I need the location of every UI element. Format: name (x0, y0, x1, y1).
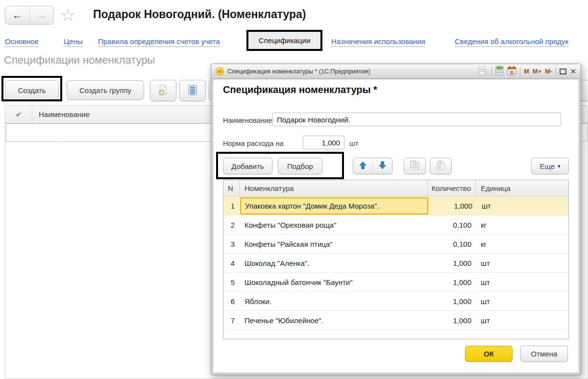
copy-item-button[interactable] (150, 80, 176, 101)
tab-specifications-active[interactable]: Спецификации (246, 30, 322, 51)
add-row-button[interactable]: Добавить (223, 158, 272, 174)
titlebar-separator (491, 67, 492, 76)
nomenclature-cell[interactable]: Упаковка картон "Домик Деда Мороза". (240, 197, 428, 214)
column-header-unit[interactable]: Единица (476, 184, 568, 192)
printer-icon (476, 66, 488, 77)
cancel-button[interactable]: Отмена (520, 346, 568, 362)
paste-row-button[interactable] (430, 158, 452, 174)
copy-document-plus-icon (158, 84, 169, 97)
copy-icon (410, 160, 420, 172)
quantity-cell[interactable]: 0,100 (428, 221, 476, 229)
favorite-star-icon[interactable]: ☆ (60, 5, 75, 25)
nomenclature-cell[interactable]: Конфеты "Райская птица" (240, 240, 428, 248)
nomenclature-cell[interactable]: Конфеты "Ореховая роща" (240, 221, 428, 229)
list-view-button[interactable] (179, 80, 206, 101)
spec-table-row[interactable]: 5 Шоколадный батончик "Баунти" 1,000 шт (223, 273, 568, 292)
tab-alcohol-info[interactable]: Сведения об алкогольной продук (455, 37, 568, 47)
unit-cell[interactable]: шт (476, 278, 568, 286)
row-number-cell: 1 (223, 202, 240, 210)
titlebar-separator (520, 67, 520, 76)
column-header-n[interactable]: N (223, 180, 240, 196)
move-row-group (353, 158, 392, 174)
arrow-down-icon (379, 161, 386, 171)
quantity-cell[interactable]: 1,000 (429, 202, 477, 210)
unit-cell[interactable]: шт (477, 202, 568, 210)
quantity-cell[interactable]: 1,000 (428, 297, 476, 306)
rate-input[interactable] (303, 136, 344, 149)
unit-cell[interactable]: кг (476, 221, 568, 229)
quantity-cell[interactable]: 1,000 (428, 259, 476, 267)
unit-cell[interactable]: кг (476, 240, 568, 248)
1c-logo-icon: 1С (216, 67, 224, 75)
row-number-cell: 7 (223, 316, 240, 325)
tab-prices[interactable]: Цены (64, 37, 83, 47)
history-nav-group: ← → (5, 6, 54, 24)
active-check-column-icon[interactable]: ✔ (5, 106, 32, 123)
tab-usage-purposes[interactable]: Назначения использования (331, 37, 425, 47)
forward-button[interactable]: → (30, 6, 54, 24)
move-down-button[interactable] (373, 158, 392, 174)
quantity-cell[interactable]: 1,000 (428, 278, 476, 286)
column-header-quantity[interactable]: Количество (428, 180, 476, 196)
tab-account-rules[interactable]: Правила определения счетов учета (98, 37, 220, 47)
spec-table-row[interactable]: 4 Шоколад "Аленка". 1,000 шт (223, 254, 568, 273)
calendar-icon: 31 (507, 66, 516, 77)
unit-cell[interactable]: шт (476, 297, 568, 306)
unit-cell[interactable]: шт (476, 316, 568, 325)
more-button[interactable]: Еще ▾ (531, 158, 569, 174)
calculator-icon (495, 66, 504, 77)
nomenclature-cell[interactable]: Печенье "Юбилейное". (240, 316, 428, 325)
dialog-titlebar[interactable]: 1С Спецификация номенклатуры * (1С:Предп… (211, 64, 581, 79)
spec-table-header: N Номенклатура Количество Единица (223, 180, 568, 196)
spec-table-row[interactable]: 2 Конфеты "Ореховая роща" 0,100 кг (223, 215, 568, 235)
rate-unit-label: шт (349, 140, 358, 147)
calendar-button[interactable]: 31 (507, 66, 516, 77)
row-number-cell: 6 (223, 297, 240, 306)
dialog-title: Спецификация номенклатуры * (1С:Предприя… (227, 68, 370, 75)
memory-m-minus-button[interactable]: М- (545, 68, 552, 75)
forward-arrow-icon: → (36, 9, 47, 21)
paste-clipboard-icon (436, 160, 446, 172)
maximize-button[interactable] (560, 69, 566, 74)
page-title: Подарок Новогодний. (Номенклатура) (93, 8, 306, 21)
name-field-label: Наименование: (223, 117, 274, 124)
ok-button[interactable]: ОК (465, 346, 513, 362)
quantity-cell[interactable]: 1,000 (428, 316, 476, 325)
row-number-cell: 5 (223, 278, 240, 286)
titlebar-separator (556, 67, 556, 76)
memory-m-plus-button[interactable]: М+ (533, 68, 541, 75)
list-icon (188, 85, 197, 97)
spec-table-row[interactable]: 3 Конфеты "Райская птица" 0,100 кг (223, 235, 568, 254)
spec-table-row[interactable]: 6 Яблоки. 1,000 шт (223, 292, 568, 311)
nomenclature-cell[interactable]: Яблоки. (240, 297, 428, 306)
close-button[interactable]: ✕ (570, 67, 576, 76)
unit-cell[interactable]: шт (476, 259, 568, 267)
name-input[interactable] (272, 113, 561, 126)
quantity-cell[interactable]: 0,100 (428, 240, 476, 248)
create-button[interactable]: Создать (5, 80, 59, 100)
pick-button[interactable]: Подбор (278, 158, 322, 174)
create-group-button[interactable]: Создать группу (67, 80, 144, 100)
column-header-name[interactable]: Номенклатура (240, 180, 428, 196)
rate-field-label: Норма расхода на (223, 140, 284, 147)
section-title: Спецификации номенклатуры (4, 54, 155, 67)
screen: ← → ☆ Подарок Новогодний. (Номенклатура)… (0, 0, 588, 379)
spec-table-row[interactable]: 7 Печенье "Юбилейное". 1,000 шт (223, 311, 568, 330)
nomenclature-cell[interactable]: Шоколад "Аленка". (240, 259, 428, 267)
calculator-button[interactable] (495, 66, 504, 77)
copy-row-button[interactable] (404, 158, 426, 174)
name-column-header[interactable]: Наименование (32, 110, 90, 118)
specification-dialog: 1С Спецификация номенклатуры * (1С:Предп… (211, 64, 581, 375)
spec-table-row[interactable]: 1 Упаковка картон "Домик Деда Мороза". 1… (223, 196, 568, 215)
arrow-up-icon (359, 161, 367, 171)
nomenclature-cell[interactable]: Шоколадный батончик "Баунти" (240, 278, 428, 286)
spec-items-table: N Номенклатура Количество Единица 1 Упак… (223, 180, 569, 339)
dialog-heading: Спецификация номенклатуры * (223, 84, 377, 95)
move-up-button[interactable] (353, 158, 373, 174)
spec-table-rows: 1 Упаковка картон "Домик Деда Мороза". 1… (223, 196, 568, 330)
print-button[interactable] (476, 66, 488, 77)
more-button-label: Еще (539, 162, 555, 170)
tab-main[interactable]: Основное (5, 37, 39, 47)
memory-m-button[interactable]: М (524, 68, 529, 75)
back-button[interactable]: ← (5, 6, 30, 24)
